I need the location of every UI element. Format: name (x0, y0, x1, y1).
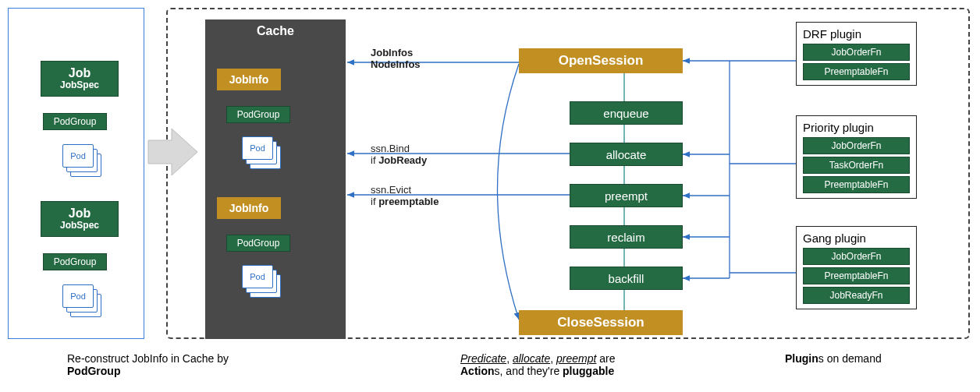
plugin-drf-item: PreemptableFn (803, 63, 910, 80)
plugin-gang: Gang plugin JobOrderFn PreemptableFn Job… (796, 226, 917, 309)
footer-right: Plugins on demand (785, 352, 882, 365)
cache-title: Cache (205, 19, 346, 38)
pod-label: Pod (70, 151, 86, 161)
plugin-priority: Priority plugin JobOrderFn TaskOrderFn P… (796, 115, 917, 199)
podgroup-box-1: PodGroup (43, 113, 107, 130)
podgroup-box-2: PodGroup (43, 253, 107, 270)
plugin-priority-item: PreemptableFn (803, 176, 910, 193)
cache-podgroup-2: PodGroup (226, 235, 290, 252)
footer-left: Re-construct JobInfo in Cache byPodGroup (67, 352, 229, 377)
plugin-gang-item: PreemptableFn (803, 267, 910, 284)
label-evict: ssn.Evictif preemptable (371, 184, 439, 207)
close-session-box: CloseSession (519, 310, 683, 335)
plugin-priority-item: TaskOrderFn (803, 157, 910, 174)
jobinfo-box-2: JobInfo (217, 197, 281, 219)
action-reclaim: reclaim (570, 225, 683, 249)
plugin-drf-title: DRF plugin (803, 27, 910, 41)
label-jobinfos: JobInfosNodeInfos (371, 47, 421, 70)
job-box-2: Job JobSpec (41, 201, 119, 237)
plugin-gang-item: JobReadyFn (803, 287, 910, 304)
pod-stack-2: Pod (62, 284, 101, 319)
plugin-drf-item: JobOrderFn (803, 44, 910, 61)
action-backfill: backfill (570, 267, 683, 290)
jobspec-label: JobSpec (60, 80, 99, 91)
big-arrow-icon (144, 125, 199, 179)
plugin-gang-title: Gang plugin (803, 231, 910, 245)
open-session-box: OpenSession (519, 48, 683, 73)
footer-mid: Predicate, allocate, preempt areActions,… (460, 352, 615, 377)
plugin-drf: DRF plugin JobOrderFn PreemptableFn (796, 22, 917, 86)
plugin-priority-title: Priority plugin (803, 121, 910, 134)
action-enqueue: enqueue (570, 101, 683, 125)
cache-podgroup-1: PodGroup (226, 106, 290, 123)
label-bind: ssn.Bindif JobReady (371, 143, 427, 166)
action-allocate: allocate (570, 143, 683, 166)
action-preempt: preempt (570, 184, 683, 207)
cache-pod-stack-2: Pod (242, 265, 281, 299)
plugin-gang-item: JobOrderFn (803, 248, 910, 265)
job-box-1: Job JobSpec (41, 61, 119, 97)
jobinfo-box-1: JobInfo (217, 69, 281, 90)
cache-pod-stack-1: Pod (242, 136, 281, 171)
plugin-priority-item: JobOrderFn (803, 137, 910, 154)
job-label: Job (69, 66, 91, 80)
pod-stack-1: Pod (62, 144, 101, 178)
